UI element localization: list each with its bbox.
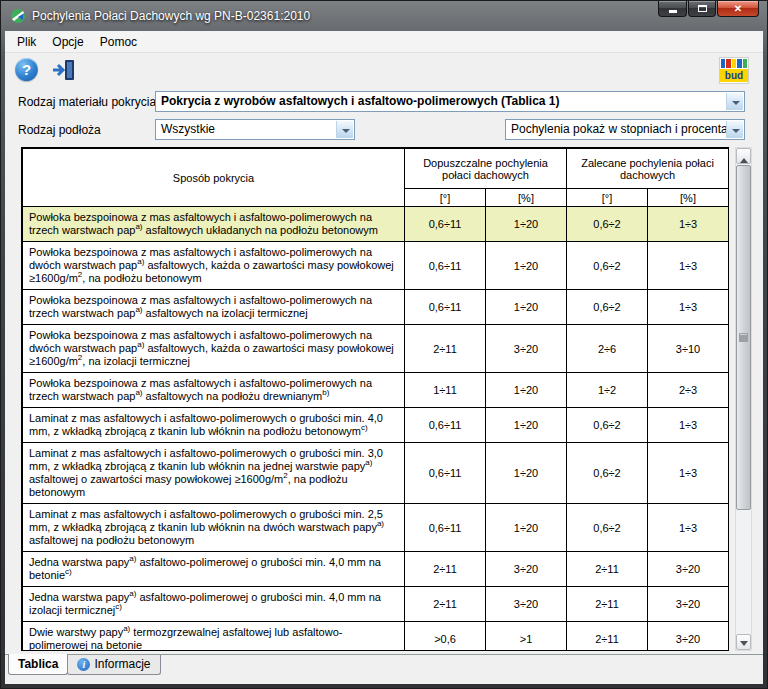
menu-plik[interactable]: Plik [9,32,44,52]
display-mode-value: Pochylenia pokaż w stopniach i procentac… [511,122,740,136]
row-value: 2÷11 [567,587,648,622]
bottom-tabstrip: Tablica i Informacje [5,654,763,676]
row-value: 3÷20 [648,552,729,587]
menubar: Plik Opcje Pomoc [5,31,763,53]
col-header-recommended: Zalecane pochylenia połaci dachowych [567,149,729,189]
row-description: Laminat z mas asfaltowych i asfaltowo-po… [23,504,405,552]
window-title: Pochylenia Połaci Dachowych wg PN-B-0236… [32,9,310,23]
row-value: 0,6÷2 [567,443,648,504]
row-description: Laminat z mas asfaltowych i asfaltowo-po… [23,408,405,443]
maximize-button[interactable] [688,1,716,17]
row-description: Powłoka bezspoinowa z mas asfaltowych i … [23,242,405,290]
row-value: 3÷20 [648,622,729,652]
row-description: Powłoka bezspoinowa z mas asfaltowych i … [23,325,405,373]
exit-icon [51,58,77,82]
row-value: >1 [486,622,567,652]
row-description: Powłoka bezspoinowa z mas asfaltowych i … [23,207,405,242]
table-row[interactable]: Powłoka bezspoinowa z mas asfaltowych i … [23,242,729,290]
chevron-down-icon[interactable] [726,93,743,110]
help-button[interactable]: ? [15,58,38,81]
row-description: Powłoka bezspoinowa z mas asfaltowych i … [23,290,405,325]
tab-tablica-label: Tablica [18,655,58,674]
tab-informacje[interactable]: i Informacje [67,655,160,675]
menu-opcje[interactable]: Opcje [44,32,91,52]
substrate-select[interactable]: Wszystkie [155,119,355,140]
table-row[interactable]: Laminat z mas asfaltowych i asfaltowo-po… [23,408,729,443]
row-value: 0,6÷2 [567,504,648,552]
table-row[interactable]: Powłoka bezspoinowa z mas asfaltowych i … [23,290,729,325]
row-value: 0,6÷11 [405,207,486,242]
brand-logo: bud [719,57,749,84]
row-value: 1÷3 [648,242,729,290]
col-header-deg: [°] [405,189,486,207]
row-value: 1÷20 [486,443,567,504]
table-body: Powłoka bezspoinowa z mas asfaltowych i … [23,207,729,652]
row-value: 1÷2 [567,373,648,408]
row-value: 1÷20 [486,504,567,552]
menu-pomoc[interactable]: Pomoc [92,32,145,52]
row-value: 1÷11 [405,373,486,408]
chevron-down-icon[interactable] [726,121,743,138]
slopes-table: Sposób pokrycia Dopuszczalne pochylenia … [21,147,729,651]
scrollbar-thumb[interactable] [736,165,751,510]
table-row[interactable]: Laminat z mas asfaltowych i asfaltowo-po… [23,443,729,504]
table-row[interactable]: Powłoka bezspoinowa z mas asfaltowych i … [23,325,729,373]
col-header-allowed: Dopuszczalne pochylenia połaci dachowych [405,149,567,189]
row-value: 0,6÷2 [567,242,648,290]
close-button[interactable]: ✕ [717,1,759,17]
toolbar: ? bud [5,54,763,86]
row-value: 3÷10 [648,325,729,373]
table-row[interactable]: Laminat z mas asfaltowych i asfaltowo-po… [23,504,729,552]
row-value: 0,6÷11 [405,443,486,504]
display-mode-select[interactable]: Pochylenia pokaż w stopniach i procentac… [505,119,745,140]
client-area: Plik Opcje Pomoc ? bud Rodzaj materiału … [5,31,763,684]
tab-informacje-label: Informacje [94,655,150,674]
table-row[interactable]: Jedna warstwa papya) asfaltowo-polimerow… [23,552,729,587]
row-value: 1÷3 [648,408,729,443]
row-value: 1÷20 [486,242,567,290]
row-value: 2÷11 [567,622,648,652]
row-value: 0,6÷11 [405,408,486,443]
exit-button[interactable] [51,58,77,82]
scroll-up-icon[interactable] [736,148,751,164]
row-value: 1÷20 [486,290,567,325]
row-value: 2÷11 [567,552,648,587]
minimize-button[interactable] [658,1,687,17]
row-value: >0,6 [405,622,486,652]
row-value: 3÷20 [486,587,567,622]
row-value: 2÷11 [405,552,486,587]
minimize-icon [669,10,677,13]
row-value: 1÷3 [648,504,729,552]
app-window: Pochylenia Połaci Dachowych wg PN-B-0236… [0,0,768,689]
col-header-pct: [%] [648,189,729,207]
vertical-scrollbar[interactable] [735,147,752,651]
table-row[interactable]: Dwie warstwy papya) termozgrzewalnej asf… [23,622,729,652]
row-value: 1÷20 [486,373,567,408]
table-row[interactable]: Powłoka bezspoinowa z mas asfaltowych i … [23,207,729,242]
row-description: Dwie warstwy papya) termozgrzewalnej asf… [23,622,405,652]
row-value: 2÷3 [648,373,729,408]
row-value: 2÷11 [405,325,486,373]
row-value: 3÷20 [648,587,729,622]
table-row[interactable]: Jedna warstwa papya) asfaltowo-polimerow… [23,587,729,622]
info-icon: i [77,658,90,671]
row-value: 0,6÷11 [405,242,486,290]
row-value: 0,6÷11 [405,504,486,552]
chevron-down-icon[interactable] [336,121,353,138]
row-value: 2÷6 [567,325,648,373]
row-value: 2÷11 [405,587,486,622]
row-value: 1÷3 [648,290,729,325]
brand-logo-pixels [720,58,748,69]
row-description: Laminat z mas asfaltowych i asfaltowo-po… [23,443,405,504]
row-value: 3÷20 [486,552,567,587]
brand-logo-text: bud [720,69,748,82]
col-header-deg: [°] [567,189,648,207]
material-select[interactable]: Pokrycia z wyrobów asfaltowych i asfalto… [155,91,745,112]
row-value: 1÷3 [648,207,729,242]
titlebar: Pochylenia Połaci Dachowych wg PN-B-0236… [1,1,767,31]
table-row[interactable]: Powłoka bezspoinowa z mas asfaltowych i … [23,373,729,408]
scroll-down-icon[interactable] [736,634,751,650]
tab-tablica[interactable]: Tablica [8,654,68,675]
col-header-method: Sposób pokrycia [23,149,405,207]
row-value: 0,6÷2 [567,408,648,443]
